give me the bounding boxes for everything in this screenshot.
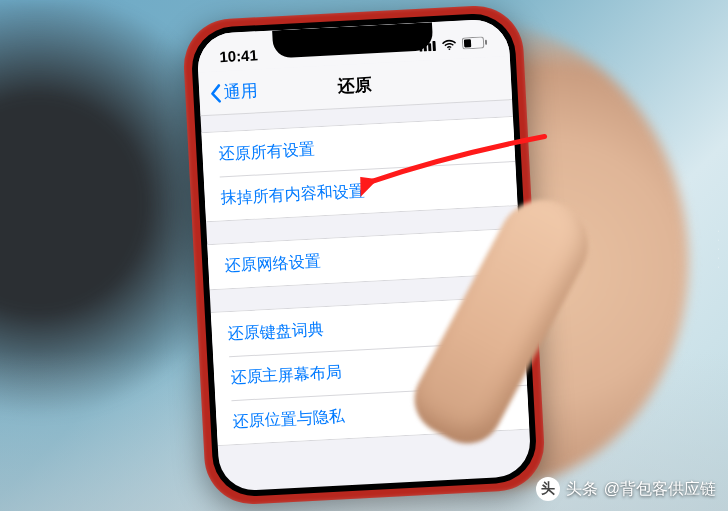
- svg-rect-6: [485, 40, 487, 45]
- wifi-icon: [441, 38, 458, 50]
- row-label: 还原网络设置: [224, 251, 321, 277]
- chevron-left-icon: [209, 83, 222, 104]
- photo-scene: 10:41 通用 还原: [0, 0, 728, 511]
- attribution-badge-icon: 头: [536, 477, 560, 501]
- row-label: 还原键盘词典: [227, 319, 324, 345]
- attribution: 头 头条 @背包客供应链: [536, 477, 716, 501]
- row-label: 还原位置与隐私: [232, 406, 345, 433]
- settings-group: 还原所有设置 抹掉所有内容和设置: [201, 116, 517, 222]
- battery-icon: [462, 36, 488, 49]
- side-watermark: · · · · ·: [710, 230, 724, 340]
- row-label: 还原主屏幕布局: [230, 362, 343, 389]
- back-button[interactable]: 通用: [209, 79, 258, 104]
- back-label: 通用: [223, 79, 258, 104]
- row-label: 抹掉所有内容和设置: [220, 180, 365, 209]
- attribution-handle: @背包客供应链: [604, 479, 716, 500]
- svg-rect-5: [464, 39, 471, 47]
- status-time: 10:41: [219, 46, 258, 65]
- row-label: 还原所有设置: [218, 139, 315, 165]
- svg-rect-3: [432, 40, 436, 50]
- attribution-prefix: 头条: [566, 479, 598, 500]
